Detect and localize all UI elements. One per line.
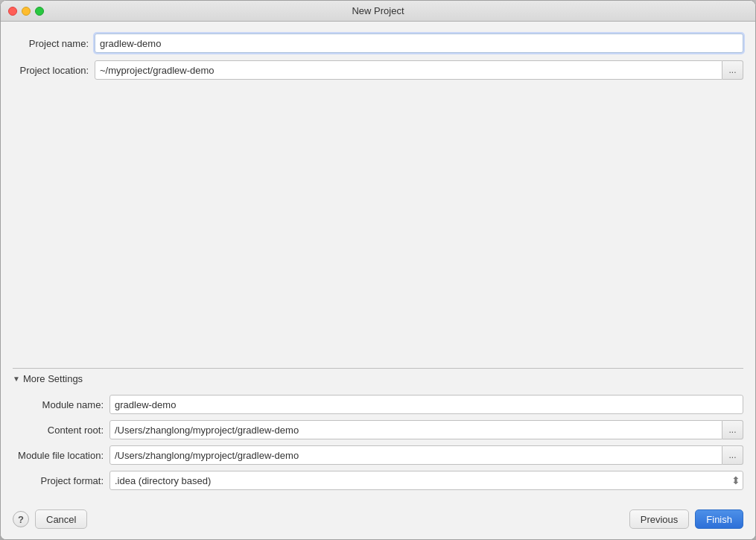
cancel-button[interactable]: Cancel — [35, 509, 87, 529]
content-root-input-group: ... — [109, 420, 743, 439]
module-name-input[interactable] — [109, 395, 743, 414]
help-button[interactable]: ? — [13, 511, 29, 527]
footer-right: Previous Finish — [629, 509, 743, 529]
content-root-row: Content root: ... — [13, 420, 743, 439]
traffic-lights — [8, 7, 44, 16]
previous-button[interactable]: Previous — [629, 509, 690, 529]
module-name-label: Module name: — [13, 399, 109, 410]
more-settings-header[interactable]: ▼ More Settings — [13, 368, 743, 389]
project-location-label: Project location: — [13, 65, 95, 76]
more-settings-label: More Settings — [23, 373, 83, 384]
footer-left: ? Cancel — [13, 509, 87, 529]
main-window: New Project Project name: Project locati… — [0, 0, 756, 540]
project-format-label: Project format: — [13, 475, 109, 486]
project-name-row: Project name: — [13, 34, 743, 53]
content-area: Project name: Project location: ... ▼ Mo… — [1, 22, 755, 502]
content-root-input[interactable] — [109, 420, 722, 439]
project-format-row: Project format: .idea (directory based) … — [13, 471, 743, 490]
project-location-row: Project location: ... — [13, 60, 743, 80]
project-format-select[interactable]: .idea (directory based) — [109, 471, 743, 490]
project-format-select-wrapper: .idea (directory based) ⬍ — [109, 471, 743, 490]
maximize-button[interactable] — [35, 7, 44, 16]
module-file-location-input[interactable] — [109, 445, 722, 465]
project-name-input[interactable] — [95, 34, 743, 53]
title-bar: New Project — [1, 1, 755, 22]
content-root-label: Content root: — [13, 425, 109, 436]
finish-button[interactable]: Finish — [695, 509, 743, 529]
more-settings-arrow-icon: ▼ — [13, 375, 20, 383]
close-button[interactable] — [8, 7, 17, 16]
project-location-input[interactable] — [95, 60, 722, 80]
footer: ? Cancel Previous Finish — [1, 502, 755, 539]
more-settings-content: Module name: Content root: ... Module fi… — [13, 389, 743, 502]
window-title: New Project — [352, 5, 404, 16]
module-file-location-label: Module file location: — [13, 450, 109, 461]
content-root-browse-button[interactable]: ... — [722, 420, 743, 439]
project-name-label: Project name: — [13, 38, 95, 49]
project-location-browse-button[interactable]: ... — [722, 60, 743, 80]
module-file-location-browse-button[interactable]: ... — [722, 445, 743, 465]
more-settings-section: ▼ More Settings Module name: Content roo… — [13, 368, 743, 502]
module-file-location-row: Module file location: ... — [13, 445, 743, 465]
minimize-button[interactable] — [22, 7, 31, 16]
project-location-input-group: ... — [95, 60, 743, 80]
module-file-location-input-group: ... — [109, 445, 743, 465]
module-name-row: Module name: — [13, 395, 743, 414]
spacer — [13, 87, 743, 368]
